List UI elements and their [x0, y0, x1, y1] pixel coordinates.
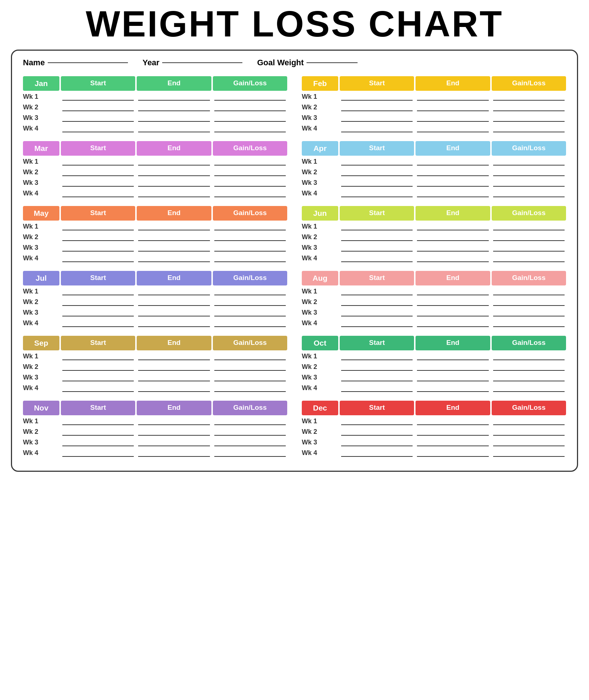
week-input-line[interactable] — [62, 374, 134, 381]
week-input-line[interactable] — [341, 428, 413, 436]
week-input-line[interactable] — [214, 169, 286, 176]
year-line[interactable] — [162, 62, 242, 63]
week-input-line[interactable] — [417, 320, 488, 327]
week-input-line[interactable] — [214, 244, 286, 252]
week-input-line[interactable] — [417, 179, 488, 187]
week-input-line[interactable] — [214, 158, 286, 166]
week-input-line[interactable] — [417, 299, 488, 306]
week-input-line[interactable] — [341, 190, 413, 197]
week-input-line[interactable] — [493, 353, 565, 360]
week-input-line[interactable] — [341, 320, 413, 327]
week-input-line[interactable] — [62, 169, 134, 176]
week-input-line[interactable] — [214, 428, 286, 436]
week-input-line[interactable] — [417, 385, 488, 392]
week-input-line[interactable] — [214, 320, 286, 327]
week-input-line[interactable] — [341, 255, 413, 262]
week-input-line[interactable] — [214, 450, 286, 457]
week-input-line[interactable] — [138, 288, 210, 295]
week-input-line[interactable] — [417, 125, 488, 132]
week-input-line[interactable] — [214, 439, 286, 446]
week-input-line[interactable] — [214, 93, 286, 101]
week-input-line[interactable] — [417, 244, 488, 252]
week-input-line[interactable] — [341, 158, 413, 166]
week-input-line[interactable] — [493, 169, 565, 176]
week-input-line[interactable] — [417, 255, 488, 262]
week-input-line[interactable] — [417, 353, 488, 360]
week-input-line[interactable] — [138, 255, 210, 262]
week-input-line[interactable] — [138, 169, 210, 176]
week-input-line[interactable] — [62, 93, 134, 101]
week-input-line[interactable] — [62, 385, 134, 392]
week-input-line[interactable] — [341, 385, 413, 392]
week-input-line[interactable] — [493, 288, 565, 295]
week-input-line[interactable] — [62, 125, 134, 132]
week-input-line[interactable] — [417, 158, 488, 166]
week-input-line[interactable] — [62, 104, 134, 111]
week-input-line[interactable] — [138, 320, 210, 327]
week-input-line[interactable] — [62, 439, 134, 446]
week-input-line[interactable] — [493, 439, 565, 446]
week-input-line[interactable] — [341, 104, 413, 111]
week-input-line[interactable] — [493, 234, 565, 241]
week-input-line[interactable] — [493, 104, 565, 111]
week-input-line[interactable] — [138, 179, 210, 187]
week-input-line[interactable] — [138, 363, 210, 371]
week-input-line[interactable] — [493, 374, 565, 381]
week-input-line[interactable] — [417, 114, 488, 122]
week-input-line[interactable] — [493, 309, 565, 316]
week-input-line[interactable] — [62, 234, 134, 241]
week-input-line[interactable] — [417, 309, 488, 316]
week-input-line[interactable] — [417, 439, 488, 446]
week-input-line[interactable] — [493, 179, 565, 187]
week-input-line[interactable] — [493, 418, 565, 425]
week-input-line[interactable] — [417, 288, 488, 295]
week-input-line[interactable] — [417, 374, 488, 381]
week-input-line[interactable] — [214, 309, 286, 316]
week-input-line[interactable] — [138, 223, 210, 230]
week-input-line[interactable] — [62, 450, 134, 457]
goal-line[interactable] — [307, 62, 358, 63]
week-input-line[interactable] — [214, 125, 286, 132]
week-input-line[interactable] — [138, 114, 210, 122]
week-input-line[interactable] — [138, 234, 210, 241]
week-input-line[interactable] — [62, 428, 134, 436]
week-input-line[interactable] — [341, 450, 413, 457]
week-input-line[interactable] — [138, 428, 210, 436]
week-input-line[interactable] — [417, 190, 488, 197]
week-input-line[interactable] — [493, 428, 565, 436]
week-input-line[interactable] — [493, 363, 565, 371]
week-input-line[interactable] — [138, 158, 210, 166]
week-input-line[interactable] — [417, 363, 488, 371]
week-input-line[interactable] — [493, 190, 565, 197]
week-input-line[interactable] — [138, 439, 210, 446]
week-input-line[interactable] — [62, 158, 134, 166]
week-input-line[interactable] — [417, 93, 488, 101]
week-input-line[interactable] — [62, 244, 134, 252]
week-input-line[interactable] — [214, 114, 286, 122]
week-input-line[interactable] — [214, 299, 286, 306]
week-input-line[interactable] — [214, 374, 286, 381]
week-input-line[interactable] — [417, 104, 488, 111]
week-input-line[interactable] — [341, 169, 413, 176]
week-input-line[interactable] — [214, 288, 286, 295]
week-input-line[interactable] — [417, 169, 488, 176]
week-input-line[interactable] — [493, 385, 565, 392]
week-input-line[interactable] — [214, 353, 286, 360]
week-input-line[interactable] — [214, 190, 286, 197]
week-input-line[interactable] — [493, 114, 565, 122]
week-input-line[interactable] — [62, 288, 134, 295]
week-input-line[interactable] — [341, 223, 413, 230]
week-input-line[interactable] — [417, 418, 488, 425]
week-input-line[interactable] — [214, 385, 286, 392]
week-input-line[interactable] — [417, 428, 488, 436]
week-input-line[interactable] — [62, 179, 134, 187]
week-input-line[interactable] — [138, 104, 210, 111]
week-input-line[interactable] — [62, 320, 134, 327]
week-input-line[interactable] — [138, 125, 210, 132]
week-input-line[interactable] — [138, 385, 210, 392]
week-input-line[interactable] — [62, 190, 134, 197]
week-input-line[interactable] — [341, 93, 413, 101]
week-input-line[interactable] — [493, 320, 565, 327]
week-input-line[interactable] — [493, 223, 565, 230]
week-input-line[interactable] — [417, 234, 488, 241]
